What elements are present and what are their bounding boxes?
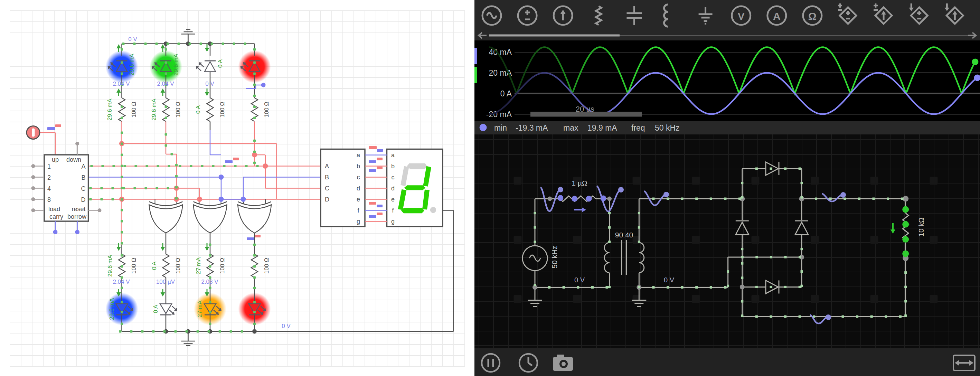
svg-text:29.6 mA: 29.6 mA [107, 255, 113, 277]
svg-text:100 Ω: 100 Ω [219, 102, 226, 118]
svg-text:29.6 mA: 29.6 mA [107, 99, 113, 121]
svg-text:borrow: borrow [67, 213, 87, 220]
svg-text:0 V: 0 V [205, 81, 214, 87]
svg-text:0 A: 0 A [195, 105, 202, 114]
svg-text:reset: reset [72, 206, 85, 212]
svg-text:2.04 V: 2.04 V [157, 81, 174, 87]
svg-text:0 A: 0 A [217, 59, 224, 68]
svg-text:2.04 V: 2.04 V [113, 81, 130, 87]
svg-text:100 Ω: 100 Ω [263, 258, 270, 274]
svg-text:0 V: 0 V [282, 323, 291, 329]
svg-text:100 Ω: 100 Ω [130, 258, 137, 274]
svg-text:29.6 mA: 29.6 mA [151, 99, 157, 121]
svg-text:up: up [52, 156, 59, 163]
svg-text:100 µV: 100 µV [156, 279, 175, 285]
svg-text:e: e [391, 196, 395, 203]
svg-text:100 Ω: 100 Ω [175, 102, 181, 118]
svg-text:carry: carry [49, 213, 63, 220]
svg-text:b: b [391, 163, 395, 170]
svg-text:29.6 mA: 29.6 mA [173, 54, 179, 76]
svg-text:8: 8 [47, 196, 51, 203]
svg-text:B: B [81, 174, 85, 181]
svg-text:100 Ω: 100 Ω [130, 102, 137, 118]
svg-text:A: A [81, 163, 85, 170]
svg-text:0 V: 0 V [128, 36, 137, 43]
svg-text:29.6 mA: 29.6 mA [129, 54, 135, 76]
svg-text:load: load [48, 206, 60, 212]
svg-text:d: d [391, 185, 395, 192]
svg-text:a: a [391, 152, 395, 159]
svg-text:29.6 mA: 29.6 mA [108, 298, 115, 320]
svg-text:0 V: 0 V [574, 276, 585, 284]
svg-text:g: g [391, 218, 395, 225]
svg-text:2: 2 [47, 174, 51, 181]
svg-text:100 Ω: 100 Ω [263, 102, 270, 118]
svg-text:0 A: 0 A [151, 261, 158, 270]
svg-text:g: g [356, 218, 360, 225]
svg-text:c: c [391, 174, 395, 181]
svg-text:C: C [325, 185, 329, 192]
svg-text:1: 1 [47, 163, 51, 170]
svg-text:2.04 V: 2.04 V [113, 279, 130, 285]
svg-text:50 kHz: 50 kHz [550, 246, 558, 268]
svg-text:C: C [81, 185, 86, 192]
svg-text:a: a [356, 152, 360, 159]
svg-text:1 µΩ: 1 µΩ [571, 179, 587, 187]
svg-text:0 A: 0 A [153, 304, 159, 313]
svg-text:10 kΩ: 10 kΩ [917, 217, 925, 236]
svg-text:B: B [325, 174, 329, 181]
svg-text:d: d [356, 185, 360, 192]
svg-text:D: D [325, 196, 329, 203]
svg-text:27 mA: 27 mA [195, 257, 202, 274]
svg-text:e: e [356, 196, 360, 203]
svg-text:down: down [66, 156, 81, 163]
svg-text:2.03 V: 2.03 V [201, 279, 218, 285]
svg-text:100 Ω: 100 Ω [175, 258, 181, 274]
svg-text:A: A [325, 163, 329, 170]
svg-text:4: 4 [47, 185, 51, 192]
svg-text:90:40: 90:40 [615, 231, 633, 239]
svg-text:c: c [357, 174, 360, 181]
svg-text:100 Ω: 100 Ω [219, 258, 226, 274]
svg-text:D: D [81, 196, 86, 203]
svg-text:b: b [356, 163, 360, 170]
svg-text:27 mA: 27 mA [197, 300, 203, 318]
svg-text:0 V: 0 V [664, 276, 675, 284]
